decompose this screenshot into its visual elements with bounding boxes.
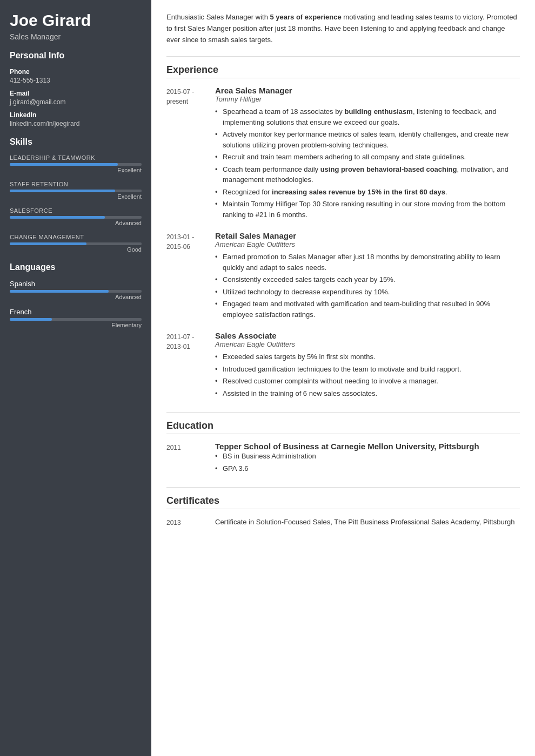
lang-french-level: Elementary <box>10 322 142 328</box>
personal-info-heading: Personal Info <box>10 51 142 63</box>
experience-content-1: Area Sales Manager Tommy Hilfiger Spearh… <box>215 86 520 221</box>
experience-bullets-1: Spearhead a team of 18 associates by bui… <box>215 106 520 220</box>
education-section: Education 2011 Tepper School of Business… <box>166 420 520 475</box>
education-heading: Education <box>166 420 520 434</box>
bullet-item: Resolved customer complaints without nee… <box>215 376 520 387</box>
experience-title-1: Area Sales Manager <box>215 86 520 95</box>
education-content-1: Tepper School of Business at Carnegie Me… <box>215 442 520 475</box>
certificates-divider <box>166 487 520 488</box>
bullet-item: Coach team performance daily using prove… <box>215 164 520 185</box>
skill-change-bar-bg <box>10 242 142 245</box>
experience-entry-1: 2015-07 -present Area Sales Manager Tomm… <box>166 86 520 221</box>
lang-french-bar-bg <box>10 318 142 321</box>
experience-date-3: 2011-07 -2013-01 <box>166 331 215 400</box>
phone-value: 412-555-1313 <box>10 77 142 84</box>
bullet-item: Maintain Tommy Hilfiger Top 30 Store ran… <box>215 199 520 220</box>
skill-leadership: LEADERSHIP & TEAMWORK Excellent <box>10 154 142 173</box>
linkedin-label: LinkedIn <box>10 111 142 119</box>
experience-title-2: Retail Sales Manager <box>215 231 520 240</box>
sidebar: Joe Girard Sales Manager Personal Info P… <box>0 0 151 756</box>
bullet-item: Recognized for increasing sales revenue … <box>215 187 520 198</box>
lang-spanish-bar-bg <box>10 290 142 293</box>
lang-spanish-name: Spanish <box>10 280 142 288</box>
experience-company-3: American Eagle Outfitters <box>215 340 520 348</box>
lang-french: French Elementary <box>10 308 142 328</box>
education-divider <box>166 412 520 413</box>
skill-leadership-bar-bg <box>10 163 142 166</box>
experience-company-1: Tommy Hilfiger <box>215 95 520 103</box>
certificate-entry-1: 2013 Certificate in Solution-Focused Sal… <box>166 517 520 528</box>
skill-salesforce-name: SALESFORCE <box>10 207 142 214</box>
phone-label: Phone <box>10 68 142 76</box>
skills-heading: Skills <box>10 137 142 149</box>
skill-change-bar-fill <box>10 242 86 245</box>
skill-salesforce: SALESFORCE Advanced <box>10 207 142 226</box>
main-content: Enthusiastic Sales Manager with 5 years … <box>151 0 535 756</box>
education-bullets-1: BS in Business Administration GPA 3.6 <box>215 451 520 474</box>
experience-date-2: 2013-01 -2015-06 <box>166 231 215 321</box>
skill-change-name: CHANGE MANAGEMENT <box>10 234 142 240</box>
skill-salesforce-bar-bg <box>10 216 142 219</box>
certificate-text-1: Certificate in Solution-Focused Sales, T… <box>215 517 520 528</box>
certificate-content-1: Certificate in Solution-Focused Sales, T… <box>215 517 520 528</box>
experience-title-3: Sales Associate <box>215 331 520 340</box>
candidate-name: Joe Girard <box>10 11 142 30</box>
experience-bullets-3: Exceeded sales targets by 5% in first si… <box>215 352 520 399</box>
bullet-item: Recruit and train team members adhering … <box>215 152 520 163</box>
bullet-item: BS in Business Administration <box>215 451 520 462</box>
lang-french-name: French <box>10 308 142 316</box>
candidate-title: Sales Manager <box>10 32 142 41</box>
experience-entry-2: 2013-01 -2015-06 Retail Sales Manager Am… <box>166 231 520 321</box>
experience-company-2: American Eagle Outfitters <box>215 240 520 248</box>
bullet-item: Actively monitor key performance metrics… <box>215 129 520 150</box>
bullet-item: Earned promotion to Sales Manager after … <box>215 252 520 273</box>
certificates-heading: Certificates <box>166 495 520 509</box>
bullet-item: Assisted in the training of 6 new sales … <box>215 388 520 399</box>
lang-french-bar-fill <box>10 318 52 321</box>
experience-entry-3: 2011-07 -2013-01 Sales Associate America… <box>166 331 520 400</box>
skill-change-level: Good <box>10 246 142 253</box>
experience-content-3: Sales Associate American Eagle Outfitter… <box>215 331 520 400</box>
experience-content-2: Retail Sales Manager American Eagle Outf… <box>215 231 520 321</box>
bullet-item: Utilized technology to decrease expendit… <box>215 287 520 298</box>
skill-leadership-bar-fill <box>10 163 118 166</box>
certificates-section: Certificates 2013 Certificate in Solutio… <box>166 495 520 528</box>
bullet-item: Spearhead a team of 18 associates by bui… <box>215 106 520 127</box>
summary-divider <box>166 56 520 57</box>
lang-spanish-level: Advanced <box>10 294 142 300</box>
bullet-item: Introduced gamification techniques to th… <box>215 364 520 375</box>
skill-leadership-name: LEADERSHIP & TEAMWORK <box>10 154 142 161</box>
experience-bullets-2: Earned promotion to Sales Manager after … <box>215 252 520 320</box>
education-entry-1: 2011 Tepper School of Business at Carneg… <box>166 442 520 475</box>
skill-salesforce-level: Advanced <box>10 220 142 226</box>
bullet-item: Engaged team and motivated with gamifica… <box>215 299 520 320</box>
bullet-item: Consistently exceeded sales targets each… <box>215 274 520 285</box>
skill-staff-bar-fill <box>10 190 115 192</box>
skill-change-mgmt: CHANGE MANAGEMENT Good <box>10 234 142 253</box>
skill-staff-bar-bg <box>10 190 142 192</box>
experience-section: Experience 2015-07 -present Area Sales M… <box>166 64 520 400</box>
email-value: j.girard@gmail.com <box>10 98 142 106</box>
languages-heading: Languages <box>10 262 142 274</box>
email-label: E-mail <box>10 90 142 97</box>
certificate-date-1: 2013 <box>166 517 215 528</box>
linkedin-value: linkedin.com/in/joegirard <box>10 120 142 127</box>
lang-spanish-bar-fill <box>10 290 109 293</box>
skill-staff-retention: STAFF RETENTION Excellent <box>10 181 142 200</box>
education-date-1: 2011 <box>166 442 215 475</box>
skill-staff-name: STAFF RETENTION <box>10 181 142 187</box>
skill-staff-level: Excellent <box>10 193 142 200</box>
education-title-1: Tepper School of Business at Carnegie Me… <box>215 442 520 451</box>
skill-leadership-level: Excellent <box>10 167 142 173</box>
skill-salesforce-bar-fill <box>10 216 105 219</box>
experience-heading: Experience <box>166 64 520 78</box>
bullet-item: Exceeded sales targets by 5% in first si… <box>215 352 520 362</box>
experience-date-1: 2015-07 -present <box>166 86 215 221</box>
bullet-item: GPA 3.6 <box>215 463 520 474</box>
summary: Enthusiastic Sales Manager with 5 years … <box>166 12 520 45</box>
lang-spanish: Spanish Advanced <box>10 280 142 300</box>
